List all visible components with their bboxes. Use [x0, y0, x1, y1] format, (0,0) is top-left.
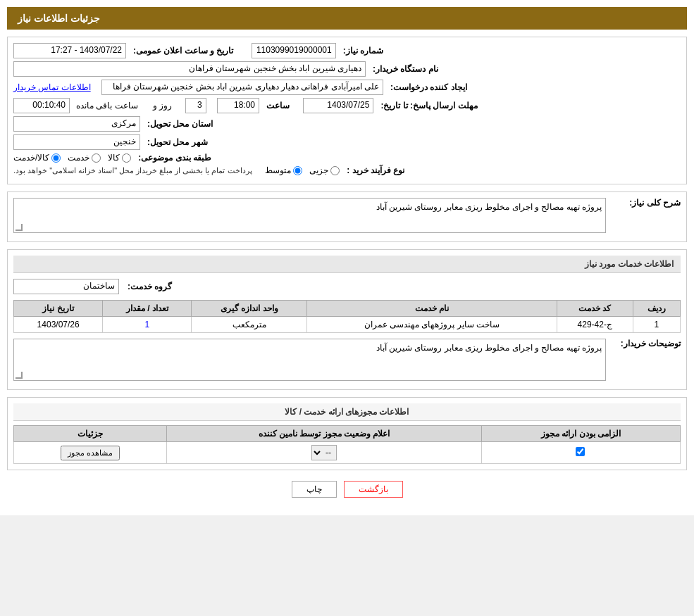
- purchase-motasat-radio[interactable]: [293, 166, 302, 175]
- buyer-notes-box: پروژه تهیه مصالح و اجرای مخلوط ریزی معاب…: [13, 339, 606, 381]
- purchase-jozi: جزیی: [309, 165, 340, 175]
- page-header: جزئیات اطلاعات نیاز: [7, 7, 687, 30]
- creator-row: ایجاد کننده درخواست: علی امیرآبادی فراها…: [13, 80, 681, 95]
- creator-contact-link[interactable]: اطلاعات تماس خریدار: [13, 82, 91, 92]
- perm-col-details: جزئیات: [14, 426, 167, 442]
- need-summary-box: پروژه تهیه مصالح و اجرای مخلوط ریزی معاب…: [13, 198, 606, 233]
- need-summary-value: پروژه تهیه مصالح و اجرای مخلوط ریزی معاب…: [376, 202, 602, 212]
- col-row: ردیف: [633, 301, 680, 317]
- table-row: 1 ج-42-429 ساخت سایر پروژههای مهندسی عمر…: [14, 317, 681, 333]
- category-kala-khedmat: کالا/خدمت: [13, 153, 61, 163]
- cell-name: ساخت سایر پروژههای مهندسی عمران: [307, 317, 557, 333]
- creator-value: علی امیرآبادی فراهانی دهیار دهیاری شیرین…: [101, 80, 383, 95]
- deadline-row: مهلت ارسال پاسخ: تا تاریخ: 1403/07/25 سا…: [13, 98, 681, 113]
- date-label: تاریخ و ساعت اعلان عمومی:: [133, 46, 233, 56]
- page-wrapper: جزئیات اطلاعات نیاز شماره نیاز: 11030990…: [0, 0, 694, 515]
- service-group-value: ساختمان: [13, 279, 119, 294]
- buyer-notes-section: توضیحات خریدار: پروژه تهیه مصالح و اجرای…: [13, 339, 681, 381]
- province-value: مرکزی: [13, 116, 140, 132]
- col-code: کد خدمت: [557, 301, 633, 317]
- deadline-remaining: 00:10:40: [13, 98, 70, 113]
- creator-label: ایجاد کننده درخواست:: [390, 82, 467, 92]
- category-label: طبقه بندی موضوعی:: [138, 153, 211, 163]
- perm-status-cell: --: [167, 442, 482, 464]
- services-table-header-row: ردیف کد خدمت نام خدمت واحد اندازه گیری ت…: [14, 301, 681, 317]
- deadline-time: 18:00: [217, 98, 259, 113]
- category-radio-group: کالا خدمت کالا/خدمت: [13, 153, 131, 163]
- resize-handle[interactable]: [16, 224, 23, 231]
- deadline-remaining-label: ساعت باقی مانده: [76, 101, 138, 111]
- need-number-value: 1103099019000001: [252, 43, 336, 58]
- perm-col-required: الزامی بودن ارائه مجوز: [482, 426, 681, 442]
- need-number-label: شماره نیاز:: [343, 46, 383, 56]
- category-khedmat-radio[interactable]: [92, 153, 101, 163]
- cell-code: ج-42-429: [557, 317, 633, 333]
- services-section: اطلاعات خدمات مورد نیاز گروه خدمت: ساختم…: [7, 249, 687, 390]
- purchase-type-row: نوع فرآیند خرید : جزیی متوسط پرداخت تمام…: [13, 165, 681, 175]
- col-date: تاریخ نیاز: [14, 301, 103, 317]
- deadline-day-label: روز و: [153, 101, 172, 111]
- col-name: نام خدمت: [307, 301, 557, 317]
- permissions-section: اطلاعات مجوزهای ارائه خدمت / کالا الزامی…: [7, 397, 687, 470]
- buyer-name-label: نام دستگاه خریدار:: [373, 64, 438, 74]
- col-unit: واحد اندازه گیری: [192, 301, 307, 317]
- service-group-row: گروه خدمت: ساختمان: [13, 279, 681, 294]
- buyer-name-value: دهیاری شیرین اباد بخش خنجین شهرستان فراه…: [13, 61, 366, 77]
- category-row: طبقه بندی موضوعی: کالا خدمت کالا/خدمت: [13, 153, 681, 163]
- purchase-type-radio-group: جزیی متوسط: [265, 165, 340, 175]
- city-label: شهر محل تحویل:: [147, 137, 208, 147]
- perm-details-cell: مشاهده مجوز: [14, 442, 167, 464]
- province-label: استان محل تحویل:: [147, 119, 213, 129]
- print-button[interactable]: چاپ: [292, 481, 337, 498]
- deadline-label: مهلت ارسال پاسخ: تا تاریخ:: [380, 101, 477, 111]
- need-summary-section: شرح کلی نیاز: پروژه تهیه مصالح و اجرای م…: [7, 191, 687, 242]
- services-section-title: اطلاعات خدمات مورد نیاز: [13, 256, 681, 273]
- purchase-motasat: متوسط: [265, 165, 302, 175]
- buyer-notes-resize[interactable]: [16, 372, 23, 379]
- list-item: -- مشاهده مجوز: [14, 442, 681, 464]
- col-qty: تعداد / مقدار: [103, 301, 192, 317]
- deadline-date: 1403/07/25: [303, 98, 373, 113]
- buyer-notes-value: پروژه تهیه مصالح و اجرای مخلوط ریزی معاب…: [376, 343, 602, 353]
- need-summary-label: شرح کلی نیاز:: [610, 198, 681, 208]
- service-group-label: گروه خدمت:: [128, 282, 172, 291]
- permissions-header-row: الزامی بودن ارائه مجوز اعلام وضعیت مجوز …: [14, 426, 681, 442]
- cell-unit: مترمکعب: [192, 317, 307, 333]
- cell-qty: 1: [103, 317, 192, 333]
- perm-status-select[interactable]: --: [311, 445, 337, 460]
- need-summary-row: شرح کلی نیاز: پروژه تهیه مصالح و اجرای م…: [13, 198, 681, 233]
- city-value: خنجین: [13, 134, 140, 150]
- date-value: 1403/07/22 - 17:27: [13, 43, 126, 58]
- perm-required-checkbox[interactable]: [576, 447, 585, 456]
- category-kala-khedmat-radio[interactable]: [51, 153, 61, 163]
- general-info-section: شماره نیاز: 1103099019000001 تاریخ و ساع…: [7, 37, 687, 184]
- buyer-notes-row: توضیحات خریدار: پروژه تهیه مصالح و اجرای…: [13, 339, 681, 381]
- view-permit-button[interactable]: مشاهده مجوز: [61, 446, 120, 460]
- purchase-desc: پرداخت تمام یا بخشی از مبلغ خریداز محل "…: [13, 166, 252, 175]
- permissions-table: الزامی بودن ارائه مجوز اعلام وضعیت مجوز …: [13, 425, 681, 464]
- perm-required-cell: [482, 442, 681, 464]
- services-table: ردیف کد خدمت نام خدمت واحد اندازه گیری ت…: [13, 300, 681, 333]
- purchase-type-label: نوع فرآیند خرید :: [347, 165, 404, 175]
- deadline-time-label: ساعت: [266, 101, 290, 111]
- page-title: جزئیات اطلاعات نیاز: [18, 13, 100, 24]
- purchase-jozi-radio[interactable]: [330, 166, 340, 175]
- back-button[interactable]: بازگشت: [344, 481, 403, 498]
- buyer-name-row: نام دستگاه خریدار: دهیاری شیرین اباد بخش…: [13, 61, 681, 77]
- action-buttons: بازگشت چاپ: [7, 481, 687, 498]
- city-row: شهر محل تحویل: خنجین: [13, 134, 681, 150]
- cell-date: 1403/07/26: [14, 317, 103, 333]
- category-kala: کالا: [108, 153, 131, 163]
- category-kala-radio[interactable]: [122, 153, 131, 163]
- deadline-days-value: 3: [185, 98, 206, 113]
- permissions-section-title: اطلاعات مجوزهای ارائه خدمت / کالا: [13, 403, 681, 421]
- perm-col-status: اعلام وضعیت مجوز توسط نامین کننده: [167, 426, 482, 442]
- province-row: استان محل تحویل: مرکزی: [13, 116, 681, 132]
- cell-row: 1: [633, 317, 680, 333]
- need-number-date-row: شماره نیاز: 1103099019000001 تاریخ و ساع…: [13, 43, 681, 58]
- buyer-notes-label: توضیحات خریدار:: [610, 339, 681, 348]
- category-khedmat: خدمت: [68, 153, 101, 163]
